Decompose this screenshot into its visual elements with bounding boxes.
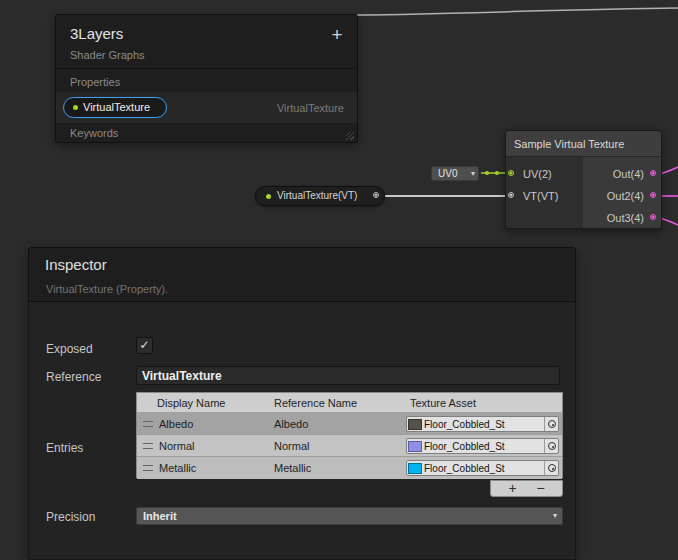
drag-handle-icon[interactable] (143, 465, 153, 471)
blackboard-panel[interactable]: 3Layers Shader Graphs + Properties Virtu… (55, 14, 358, 143)
uv-channel-dropdown[interactable]: UV0 ▾ (431, 166, 479, 181)
output-label-out2: Out2(4) (607, 190, 644, 202)
entries-table: Display Name Reference Name Texture Asse… (136, 392, 563, 478)
add-property-button[interactable]: + (326, 24, 348, 46)
precision-value: Inherit (143, 508, 177, 524)
property-node-label: VirtualTexture(VT) (277, 187, 357, 205)
reference-label: Reference (46, 370, 101, 384)
property-type-label: VirtualTexture (277, 102, 344, 114)
out-port-3[interactable] (650, 214, 656, 220)
out-port-1[interactable] (650, 170, 656, 176)
entries-label: Entries (46, 441, 83, 455)
input-label-vt: VT(VT) (523, 190, 558, 202)
edge-offscreen-top[interactable] (357, 8, 678, 15)
property-color-dot-icon (73, 105, 78, 110)
remove-entry-button[interactable]: − (531, 481, 551, 496)
out-port-2[interactable] (650, 192, 656, 198)
inspector-title: Inspector (45, 256, 107, 273)
uv-input-port[interactable] (508, 170, 514, 176)
texture-thumbnail (408, 463, 422, 474)
texture-asset-name: Floor_Cobbled_St (424, 441, 544, 452)
edge-uv-dot (495, 171, 499, 175)
inspector-subtitle: VirtualTexture (Property). (46, 283, 168, 295)
dropdown-arrow-icon: ▾ (553, 508, 557, 524)
entry-row-normal[interactable]: Normal Normal Floor_Cobbled_St (137, 435, 562, 457)
texture-thumbnail (408, 419, 422, 430)
exposed-checkbox[interactable]: ✓ (136, 337, 153, 354)
inspector-body: Exposed ✓ Reference Entries Display Name… (28, 302, 576, 560)
entry-row-albedo[interactable]: Albedo Albedo Floor_Cobbled_St (137, 413, 562, 435)
texture-thumbnail (408, 441, 422, 452)
dropdown-arrow-icon: ▾ (471, 167, 475, 180)
checkmark-icon: ✓ (139, 338, 149, 352)
column-header-display-name: Display Name (157, 393, 225, 413)
property-pill-virtualtexture[interactable]: VirtualTexture (63, 97, 167, 118)
entries-table-header: Display Name Reference Name Texture Asse… (137, 393, 562, 413)
column-header-reference-name: Reference Name (274, 393, 357, 413)
drag-handle-icon[interactable] (143, 421, 153, 427)
divider (56, 68, 357, 69)
node-title: Sample Virtual Texture (514, 131, 624, 157)
drag-handle-icon[interactable] (143, 443, 153, 449)
reference-input[interactable] (136, 366, 560, 385)
entry-display-name: Metallic (159, 457, 196, 479)
graph-subtitle: Shader Graphs (70, 49, 145, 61)
graph-title: 3Layers (70, 25, 123, 42)
inspector-panel[interactable]: Inspector VirtualTexture (Property). Exp… (28, 247, 576, 560)
column-header-texture-asset: Texture Asset (410, 393, 476, 413)
exposed-label: Exposed (46, 342, 93, 356)
object-picker-icon[interactable] (544, 417, 558, 431)
shader-graph-canvas[interactable]: 3Layers Shader Graphs + Properties Virtu… (0, 0, 678, 560)
texture-asset-field-albedo[interactable]: Floor_Cobbled_St (406, 416, 559, 432)
input-label-uv: UV(2) (523, 168, 552, 180)
inspector-header[interactable]: Inspector VirtualTexture (Property). (28, 247, 576, 302)
entry-display-name: Normal (159, 435, 194, 457)
edge-uv-dot (485, 171, 489, 175)
texture-asset-name: Floor_Cobbled_St (424, 463, 544, 474)
property-color-dot-icon (266, 194, 271, 199)
entry-display-name: Albedo (159, 413, 193, 435)
output-label-out3: Out3(4) (607, 212, 644, 224)
properties-section-label: Properties (70, 76, 120, 88)
sample-virtual-texture-node[interactable]: Sample Virtual Texture UV(2) VT(VT) Out(… (505, 130, 662, 229)
output-label-out: Out(4) (613, 168, 644, 180)
property-node-virtualtexture[interactable]: VirtualTexture(VT) (255, 186, 385, 206)
entry-reference-name: Normal (274, 435, 309, 457)
precision-dropdown[interactable]: Inherit ▾ (136, 507, 563, 525)
object-picker-icon[interactable] (544, 439, 558, 453)
entries-table-footer: + − (490, 480, 563, 497)
vt-input-port[interactable] (508, 192, 514, 198)
object-picker-icon[interactable] (544, 461, 558, 475)
entry-reference-name: Metallic (274, 457, 311, 479)
texture-asset-name: Floor_Cobbled_St (424, 419, 544, 430)
node-header[interactable]: Sample Virtual Texture (506, 131, 661, 157)
texture-asset-field-metallic[interactable]: Floor_Cobbled_St (406, 460, 559, 476)
add-entry-button[interactable]: + (503, 481, 523, 496)
entry-reference-name: Albedo (274, 413, 308, 435)
keywords-section-label: Keywords (70, 127, 118, 139)
resize-grip-icon[interactable] (346, 132, 354, 140)
property-pill-label: VirtualTexture (83, 98, 150, 116)
texture-asset-field-normal[interactable]: Floor_Cobbled_St (406, 438, 559, 454)
entry-row-metallic[interactable]: Metallic Metallic Floor_Cobbled_St (137, 457, 562, 479)
precision-label: Precision (46, 510, 95, 524)
uv-channel-value: UV0 (438, 167, 457, 180)
property-node-output-port[interactable] (373, 192, 379, 198)
